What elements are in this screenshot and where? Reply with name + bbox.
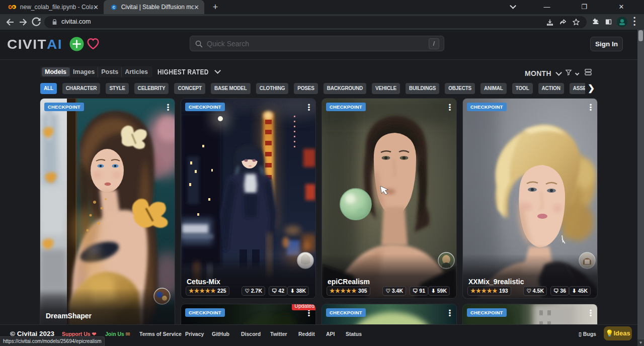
svg-text:C: C — [113, 6, 115, 9]
